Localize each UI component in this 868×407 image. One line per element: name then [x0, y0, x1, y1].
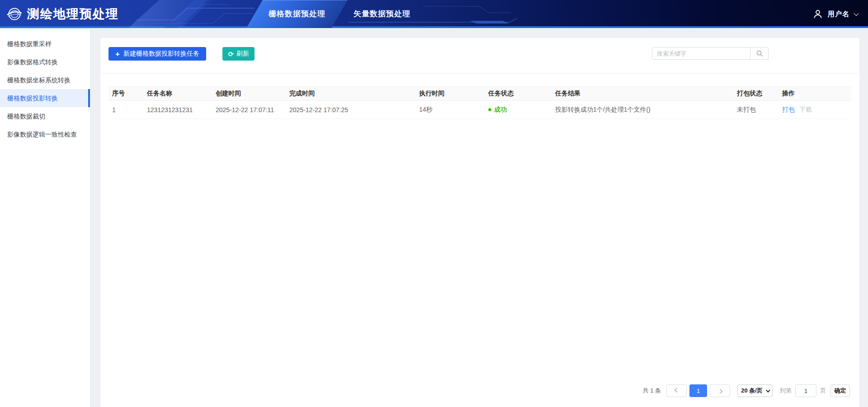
- main-panel: + 新建栅格数据投影转换任务 ⟳ 刷新: [100, 38, 859, 407]
- chevron-right-icon: [717, 389, 722, 394]
- pack-action-link[interactable]: 打包: [782, 106, 795, 113]
- cell-index: 1: [108, 101, 143, 119]
- toolbar: + 新建栅格数据投影转换任务 ⟳ 刷新: [100, 38, 859, 74]
- sidebar-item[interactable]: 栅格数据重采样: [0, 35, 90, 53]
- sidebar-item-label: 影像数据格式转换: [7, 58, 58, 66]
- app-title: 测绘地理预处理: [27, 6, 119, 22]
- tab-inactive[interactable]: 矢量数据预处理: [340, 0, 425, 28]
- cell-finished: 2025-12-22 17:07:25: [286, 101, 415, 119]
- plus-icon: +: [115, 50, 120, 58]
- cell-name: 1231231231231: [143, 101, 212, 119]
- goto-prefix-label: 到第: [780, 387, 792, 395]
- column-header: 执行时间: [415, 87, 485, 101]
- sidebar-item[interactable]: 栅格数据投影转换: [0, 89, 90, 107]
- cell-pack-status: 未打包: [733, 101, 778, 119]
- confirm-button[interactable]: 确定: [830, 384, 850, 397]
- next-page-button[interactable]: [710, 384, 730, 397]
- page-size-select[interactable]: 20 条/页: [737, 384, 773, 397]
- task-table: 序号任务名称创建时间完成时间执行时间任务状态任务结果打包状态操作 1123123…: [108, 86, 851, 119]
- column-header: 任务名称: [143, 87, 212, 101]
- user-menu[interactable]: 用户名: [813, 0, 858, 28]
- logo-icon: [6, 6, 23, 22]
- sidebar-item-label: 影像数据逻辑一致性检查: [7, 131, 77, 138]
- refresh-icon: ⟳: [228, 51, 234, 57]
- column-header: 任务结果: [552, 87, 733, 101]
- sidebar-item[interactable]: 栅格数据坐标系统转换: [0, 71, 90, 89]
- cell-actions: 打包下载: [778, 101, 851, 119]
- sidebar-item[interactable]: 影像数据格式转换: [0, 53, 90, 71]
- pagination: 共 1 条 1 20 条/页 到第 页 确定: [643, 384, 850, 397]
- table-body: 112312312312312025-12-22 17:07:112025-12…: [108, 101, 851, 119]
- sidebar-item-label: 栅格数据重采样: [7, 40, 52, 47]
- column-header: 任务状态: [485, 87, 552, 101]
- sidebar-nav: 栅格数据重采样影像数据格式转换栅格数据坐标系统转换栅格数据投影转换栅格数据裁切影…: [0, 30, 90, 407]
- table-row: 112312312312312025-12-22 17:07:112025-12…: [108, 101, 851, 119]
- chevron-down-icon: [854, 11, 859, 16]
- user-icon: [813, 9, 823, 19]
- task-table-wrap: 序号任务名称创建时间完成时间执行时间任务状态任务结果打包状态操作 1123123…: [108, 86, 851, 119]
- select-arrow-icon: [766, 388, 770, 393]
- column-header: 序号: [108, 87, 143, 101]
- cell-created: 2025-12-22 17:07:11: [212, 101, 286, 119]
- sidebar-item[interactable]: 影像数据逻辑一致性检查: [0, 125, 90, 143]
- user-name: 用户名: [828, 10, 849, 19]
- sidebar-item-label: 栅格数据投影转换: [7, 95, 58, 102]
- app-root: 测绘地理预处理 栅格数据预处理矢量数据预处理 用户名 栅格数据重采样影像数据格式…: [0, 0, 868, 407]
- brand: 测绘地理预处理: [6, 0, 119, 28]
- search-box: [652, 47, 769, 60]
- search-input[interactable]: [652, 47, 750, 59]
- prev-page-button[interactable]: [666, 384, 687, 397]
- sidebar-item-label: 栅格数据裁切: [7, 113, 45, 120]
- download-action-link: 下载: [799, 106, 812, 113]
- cell-result: 投影转换成功1个/共处理1个文件(): [552, 101, 733, 119]
- tab-active[interactable]: 栅格数据预处理: [255, 0, 340, 28]
- sidebar-item-label: 栅格数据坐标系统转换: [7, 76, 71, 84]
- page-size-label: 20 条/页: [741, 387, 763, 395]
- tab-label: 栅格数据预处理: [269, 9, 326, 18]
- refresh-button[interactable]: ⟳ 刷新: [222, 47, 255, 61]
- current-page-button[interactable]: 1: [689, 384, 707, 397]
- goto-page-input[interactable]: [795, 384, 816, 397]
- tab-label: 矢量数据预处理: [354, 9, 410, 18]
- table-header-row: 序号任务名称创建时间完成时间执行时间任务状态任务结果打包状态操作: [108, 87, 851, 101]
- search-icon: [756, 50, 763, 57]
- status-dot-icon: [488, 108, 491, 111]
- goto-suffix-label: 页: [820, 387, 826, 395]
- refresh-label: 刷新: [236, 50, 249, 58]
- new-task-label: 新建栅格数据投影转换任务: [123, 50, 199, 58]
- column-header: 创建时间: [212, 87, 286, 101]
- status-text: 成功: [494, 106, 507, 113]
- search-button[interactable]: [750, 47, 768, 59]
- column-header: 操作: [778, 87, 851, 101]
- header: 测绘地理预处理 栅格数据预处理矢量数据预处理 用户名: [0, 0, 868, 28]
- total-count-label: 共 1 条: [643, 387, 661, 395]
- sidebar-item[interactable]: 栅格数据裁切: [0, 107, 90, 125]
- column-header: 打包状态: [733, 87, 778, 101]
- cell-status: 成功: [485, 101, 552, 119]
- header-tabs: 栅格数据预处理矢量数据预处理: [255, 0, 425, 28]
- column-header: 完成时间: [286, 87, 415, 101]
- new-task-button[interactable]: + 新建栅格数据投影转换任务: [108, 47, 206, 61]
- header-circuit-decoration: [0, 0, 868, 28]
- cell-duration: 14秒: [415, 101, 485, 119]
- chevron-left-icon: [674, 388, 679, 393]
